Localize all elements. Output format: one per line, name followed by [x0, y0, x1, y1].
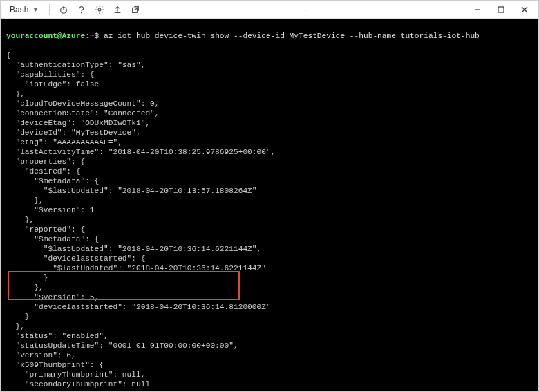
window-controls — [468, 3, 534, 17]
output-line: "$lastUpdated": "2018-04-20T10:36:14.622… — [6, 263, 533, 273]
output-line: "properties": { — [6, 157, 533, 167]
terminal-output[interactable]: youraccount@Azure:~$ az iot hub device-t… — [1, 19, 538, 391]
command-text: az iot hub device-twin show --device-id … — [104, 32, 480, 40]
output-line: }, — [6, 196, 533, 205]
title-center-dots: ··· — [142, 6, 468, 14]
output-line: "primaryThumbprint": null, — [6, 370, 533, 380]
output-line: }, — [6, 283, 533, 292]
output-line: "$version": 1 — [6, 205, 533, 215]
output-line: } — [6, 312, 533, 321]
prompt-path: ~ — [90, 32, 95, 40]
titlebar: Bash ▾ ··· — [1, 1, 538, 19]
output-line: "authenticationType": "sas", — [6, 60, 533, 70]
output-line: "devicelaststarted": "2018-04-20T10:36:1… — [6, 302, 533, 312]
shell-dropdown[interactable]: Bash ▾ — [5, 3, 42, 16]
output-line: "capabilities": { — [6, 70, 533, 80]
shell-name-label: Bash — [10, 5, 28, 15]
power-restart-icon[interactable] — [57, 3, 70, 17]
output-line: "connectionState": "Connected", — [6, 109, 533, 118]
output-line: }, — [6, 321, 533, 331]
maximize-button[interactable] — [491, 3, 511, 17]
minimize-button[interactable] — [468, 3, 487, 17]
separator — [49, 4, 50, 15]
help-icon[interactable] — [75, 3, 88, 17]
prompt-user-host: youraccount@Azure — [6, 32, 85, 40]
output-line: "iotEdge": false — [6, 80, 533, 89]
new-window-icon[interactable] — [129, 3, 142, 17]
output-line: "deviceEtag": "ODUxMDIwOTk1", — [6, 118, 533, 128]
output-line: "lastActivityTime": "2018-04-20T10:38:25… — [6, 147, 533, 157]
svg-point-2 — [82, 12, 82, 12]
output-line: "$lastUpdated": "2018-04-20T10:13:57.180… — [6, 186, 533, 196]
output-line: "etag": "AAAAAAAAAAE=", — [6, 138, 533, 147]
upload-icon[interactable] — [111, 3, 124, 17]
gear-icon[interactable] — [93, 3, 106, 17]
output-line: "$metadata": { — [6, 176, 533, 186]
output-line: }, — [6, 89, 533, 99]
output-line: "version": 6, — [6, 351, 533, 360]
close-button[interactable] — [515, 3, 534, 17]
output-line: "$lastUpdated": "2018-04-20T10:36:14.622… — [6, 244, 533, 254]
chevron-down-icon: ▾ — [34, 6, 37, 13]
output-line: { — [6, 50, 533, 60]
output-line: } — [6, 389, 533, 391]
titlebar-left: Bash ▾ — [5, 3, 142, 17]
output-line: }, — [6, 215, 533, 225]
output-line: "reported": { — [6, 225, 533, 234]
output-line: "status": "enabled", — [6, 331, 533, 341]
output-line: "$version": 5, — [6, 292, 533, 302]
output-line: "secondaryThumbprint": null — [6, 380, 533, 389]
output-line: "x509Thumbprint": { — [6, 360, 533, 370]
output-line: "$metadata": { — [6, 234, 533, 244]
output-line: "deviceId": "MyTestDevice", — [6, 128, 533, 138]
output-line: "desired": { — [6, 167, 533, 176]
output-line: "statusUpdateTime": "0001-01-01T00:00:00… — [6, 341, 533, 351]
output-line: } — [6, 273, 533, 283]
output-line: "cloudToDeviceMessageCount": 0, — [6, 99, 533, 109]
output-line: "devicelaststarted": { — [6, 254, 533, 263]
svg-rect-6 — [498, 7, 504, 12]
svg-point-3 — [98, 8, 101, 11]
